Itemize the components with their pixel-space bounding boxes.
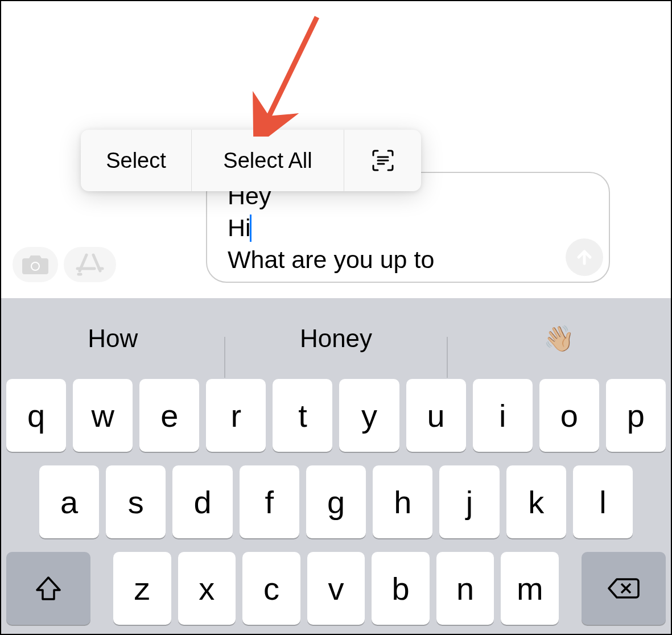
shift-key[interactable] <box>6 552 90 625</box>
annotation-arrow <box>249 11 328 137</box>
key-v[interactable]: v <box>307 552 365 625</box>
key-u[interactable]: u <box>406 379 466 452</box>
scan-text-icon <box>370 148 395 173</box>
key-x[interactable]: x <box>178 552 236 625</box>
key-i[interactable]: i <box>473 379 533 452</box>
camera-button[interactable] <box>13 247 58 282</box>
text-cursor <box>250 215 252 242</box>
select-all-button[interactable]: Select All <box>192 130 344 191</box>
key-row-1: q w e r t y u i o p <box>6 379 666 452</box>
key-k[interactable]: k <box>506 465 566 538</box>
suggestion-bar: How Honey 👋🏼 <box>1 298 671 379</box>
key-t[interactable]: t <box>273 379 332 452</box>
key-f[interactable]: f <box>240 465 299 538</box>
shift-icon <box>35 575 62 601</box>
svg-line-0 <box>265 17 317 125</box>
key-e[interactable]: e <box>139 379 199 452</box>
key-y[interactable]: y <box>339 379 399 452</box>
key-q[interactable]: q <box>6 379 66 452</box>
text-context-menu: Select Select All <box>81 130 421 191</box>
backspace-icon <box>608 577 640 600</box>
key-m[interactable]: m <box>501 552 559 625</box>
input-line-3: What are you up to <box>228 244 568 275</box>
suggestion-3[interactable]: 👋🏼 <box>448 324 671 353</box>
key-d[interactable]: d <box>172 465 232 538</box>
suggestion-1[interactable]: How <box>1 324 224 353</box>
app-store-icon <box>75 251 105 278</box>
key-b[interactable]: b <box>372 552 430 625</box>
backspace-key[interactable] <box>582 552 666 625</box>
key-r[interactable]: r <box>206 379 266 452</box>
suggestion-2[interactable]: Honey <box>224 324 447 353</box>
key-g[interactable]: g <box>306 465 366 538</box>
key-p[interactable]: p <box>606 379 666 452</box>
key-h[interactable]: h <box>373 465 432 538</box>
keyboard: How Honey 👋🏼 q w e r t y u i o p a s d f… <box>1 298 671 635</box>
key-o[interactable]: o <box>539 379 599 452</box>
key-row-2: a s d f g h j k l <box>6 465 666 538</box>
key-w[interactable]: w <box>73 379 133 452</box>
key-z[interactable]: z <box>113 552 171 625</box>
key-s[interactable]: s <box>106 465 166 538</box>
svg-point-5 <box>32 263 39 270</box>
send-button[interactable] <box>566 238 603 276</box>
camera-icon <box>21 254 50 275</box>
key-j[interactable]: j <box>439 465 499 538</box>
input-line-2: Hi <box>228 212 568 244</box>
scan-text-button[interactable] <box>344 130 421 191</box>
app-store-button[interactable] <box>64 247 116 282</box>
key-n[interactable]: n <box>436 552 494 625</box>
select-button[interactable]: Select <box>81 130 192 191</box>
key-a[interactable]: a <box>39 465 99 538</box>
key-row-3: z x c v b n m <box>6 552 666 625</box>
arrow-up-icon <box>575 248 594 267</box>
key-l[interactable]: l <box>573 465 633 538</box>
key-c[interactable]: c <box>242 552 300 625</box>
